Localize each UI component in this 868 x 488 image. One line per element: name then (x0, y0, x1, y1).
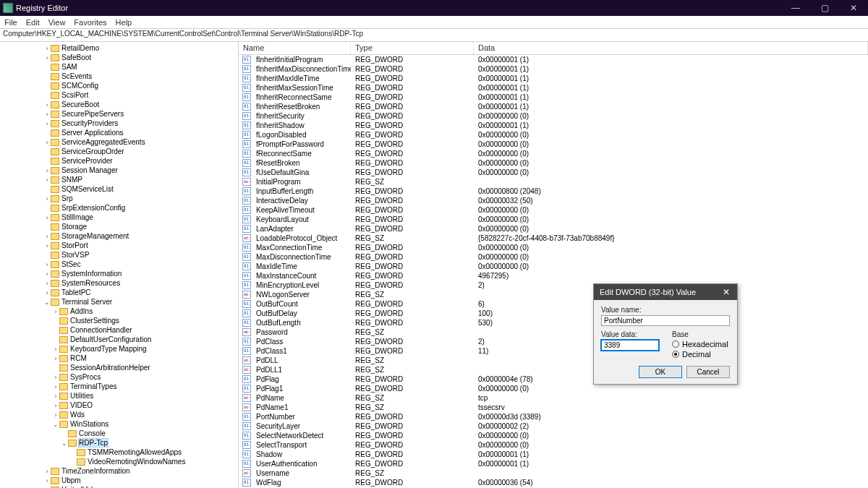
tree-node[interactable]: ›AddIns (0, 307, 238, 316)
value-row[interactable]: UserAuthenticationREG_DWORD0x00000001 (1… (239, 459, 868, 468)
tree-node[interactable]: ›StorageManagement (0, 231, 238, 241)
chevron-right-icon[interactable]: › (43, 468, 51, 475)
chevron-right-icon[interactable]: › (43, 139, 51, 146)
tree-pane[interactable]: ›RetailDemo›SafeBootSAMScEventsSCMConfig… (0, 42, 239, 488)
col-header-data[interactable]: Data (474, 42, 868, 54)
tree-node[interactable]: ServiceGroupOrder (0, 147, 238, 156)
tree-node[interactable]: ›Utilities (0, 391, 238, 401)
tree-node[interactable]: ›UnitedVideo (0, 485, 238, 488)
tree-node[interactable]: TSMMRemotingAllowedApps (0, 448, 238, 457)
tree-node[interactable]: StorVSP (0, 250, 238, 260)
tree-node[interactable]: Storage (0, 222, 238, 231)
value-row[interactable]: MaxDisconnectionTimeREG_DWORD0x00000000 … (239, 252, 868, 262)
value-row[interactable]: PortNumberREG_DWORD0x00000d3d (3389) (239, 412, 868, 421)
col-header-name[interactable]: Name (239, 42, 351, 54)
value-row[interactable]: LanAdapterREG_DWORD0x00000000 (0) (239, 224, 868, 234)
value-row[interactable]: fInheritReconnectSameREG_DWORD0x00000001… (239, 93, 868, 102)
chevron-right-icon[interactable]: › (43, 54, 51, 61)
value-row[interactable]: fUseDefaultGinaREG_DWORD0x00000000 (0) (239, 168, 868, 177)
tree-node[interactable]: ⌄WinStations (0, 419, 238, 429)
value-row[interactable]: PdFlagREG_DWORD0x0000004e (78) (239, 374, 868, 384)
menu-file[interactable]: File (4, 18, 17, 27)
tree-node[interactable]: ScEvents (0, 72, 238, 81)
chevron-right-icon[interactable]: › (52, 393, 59, 400)
value-row[interactable]: PdDLL1REG_SZ (239, 365, 868, 374)
value-row[interactable]: MinEncryptionLevelREG_DWORD2) (239, 281, 868, 290)
tree-node[interactable]: ScsiPort (0, 90, 238, 100)
value-name-input[interactable] (601, 315, 730, 326)
value-row[interactable]: PasswordREG_SZ (239, 328, 868, 337)
chevron-right-icon[interactable]: › (43, 233, 51, 240)
value-row[interactable]: fInheritShadowREG_DWORD0x00000001 (1) (239, 121, 868, 130)
value-row[interactable]: UsernameREG_SZ (239, 468, 868, 478)
tree-node[interactable]: ›Session Manager (0, 166, 238, 175)
value-row[interactable]: KeepAliveTimeoutREG_DWORD0x00000000 (0) (239, 205, 868, 215)
chevron-right-icon[interactable]: › (52, 383, 59, 390)
value-row[interactable]: fLogonDisabledREG_DWORD0x00000000 (0) (239, 130, 868, 140)
tree-node[interactable]: ›StorPort (0, 241, 238, 250)
chevron-down-icon[interactable]: ⌄ (43, 299, 51, 306)
value-row[interactable]: OutBufDelayREG_DWORD100) (239, 309, 868, 318)
chevron-right-icon[interactable]: › (43, 167, 51, 174)
tree-node[interactable]: Server Applications (0, 128, 238, 137)
tree-node[interactable]: ⌄Terminal Server (0, 297, 238, 307)
col-header-type[interactable]: Type (351, 42, 474, 54)
chevron-right-icon[interactable]: › (52, 346, 59, 353)
chevron-right-icon[interactable]: › (43, 45, 51, 52)
value-row[interactable]: fInheritResetBrokenREG_DWORD0x00000001 (… (239, 102, 868, 111)
value-row[interactable]: InitialProgramREG_SZ (239, 177, 868, 187)
tree-node[interactable]: ›StSec (0, 260, 238, 269)
chevron-right-icon[interactable]: › (43, 120, 51, 127)
address-bar[interactable]: Computer\HKEY_LOCAL_MACHINE\SYSTEM\Curre… (0, 29, 868, 42)
value-row[interactable]: LoadableProtocol_ObjectREG_SZ{5828227c-2… (239, 234, 868, 243)
dialog-close-button[interactable]: ✕ (715, 287, 737, 297)
value-row[interactable]: InputBufferLengthREG_DWORD0x00000800 (20… (239, 187, 868, 196)
tree-node[interactable]: SCMConfig (0, 81, 238, 90)
tree-node[interactable]: ›RCM (0, 354, 238, 363)
value-row[interactable]: SecurityLayerREG_DWORD0x00000002 (2) (239, 421, 868, 431)
tree-node[interactable]: VideoRemotingWindowNames (0, 457, 238, 466)
maximize-button[interactable]: ▢ (810, 3, 839, 13)
tree-node[interactable]: ›Wds (0, 410, 238, 419)
tree-node[interactable]: ›SysProcs (0, 372, 238, 382)
tree-node[interactable]: ›StillImage (0, 213, 238, 222)
chevron-right-icon[interactable]: › (52, 355, 59, 362)
chevron-right-icon[interactable]: › (43, 101, 51, 108)
value-row[interactable]: KeyboardLayoutREG_DWORD0x00000000 (0) (239, 215, 868, 224)
tree-node[interactable]: ›SecureBoot (0, 100, 238, 109)
tree-node[interactable]: ›RetailDemo (0, 43, 238, 53)
value-row[interactable]: fInheritSecurityREG_DWORD0x00000000 (0) (239, 111, 868, 121)
tree-node[interactable]: ›SystemResources (0, 278, 238, 288)
chevron-right-icon[interactable]: › (43, 242, 51, 249)
ok-button[interactable]: OK (639, 366, 682, 378)
tree-node[interactable]: Console (0, 429, 238, 438)
tree-node[interactable]: ›TerminalTypes (0, 382, 238, 391)
value-row[interactable]: PdClassREG_DWORD2) (239, 337, 868, 346)
tree-node[interactable]: SQMServiceList (0, 184, 238, 194)
value-row[interactable]: fInheritMaxIdleTimeREG_DWORD0x00000001 (… (239, 74, 868, 83)
value-row[interactable]: MaxIdleTimeREG_DWORD0x00000000 (0) (239, 262, 868, 271)
value-row[interactable]: MaxInstanceCountREG_DWORD4967295) (239, 271, 868, 281)
value-row[interactable]: fPromptForPasswordREG_DWORD0x00000000 (0… (239, 140, 868, 149)
tree-node[interactable]: ServiceProvider (0, 156, 238, 166)
cancel-button[interactable]: Cancel (686, 366, 730, 378)
value-row[interactable]: NWLogonServerREG_SZ (239, 290, 868, 299)
value-row[interactable]: InteractiveDelayREG_DWORD0x00000032 (50) (239, 196, 868, 205)
tree-node[interactable]: ›VIDEO (0, 401, 238, 410)
value-row[interactable]: PdName1REG_SZtssecsrv (239, 403, 868, 412)
chevron-right-icon[interactable]: › (43, 176, 51, 184)
tree-node[interactable]: ›SystemInformation (0, 269, 238, 278)
chevron-right-icon[interactable]: › (43, 261, 51, 268)
tree-node[interactable]: ›TabletPC (0, 288, 238, 297)
value-row[interactable]: WdFlagREG_DWORD0x00000036 (54) (239, 478, 868, 487)
radio-hexadecimal[interactable]: Hexadecimal (672, 340, 730, 348)
menu-favorites[interactable]: Favorites (74, 18, 106, 27)
tree-node[interactable]: SrpExtensionConfig (0, 203, 238, 213)
tree-node[interactable]: ClusterSettings (0, 316, 238, 325)
value-row[interactable]: fInheritMaxDisconnectionTimeREG_DWORD0x0… (239, 64, 868, 74)
tree-node[interactable]: ConnectionHandler (0, 325, 238, 335)
tree-node[interactable]: ›TimeZoneInformation (0, 466, 238, 476)
tree-node[interactable]: ›SafeBoot (0, 53, 238, 62)
value-row[interactable]: fInheritMaxSessionTimeREG_DWORD0x0000000… (239, 83, 868, 93)
value-row[interactable]: fResetBrokenREG_DWORD0x00000000 (0) (239, 158, 868, 168)
